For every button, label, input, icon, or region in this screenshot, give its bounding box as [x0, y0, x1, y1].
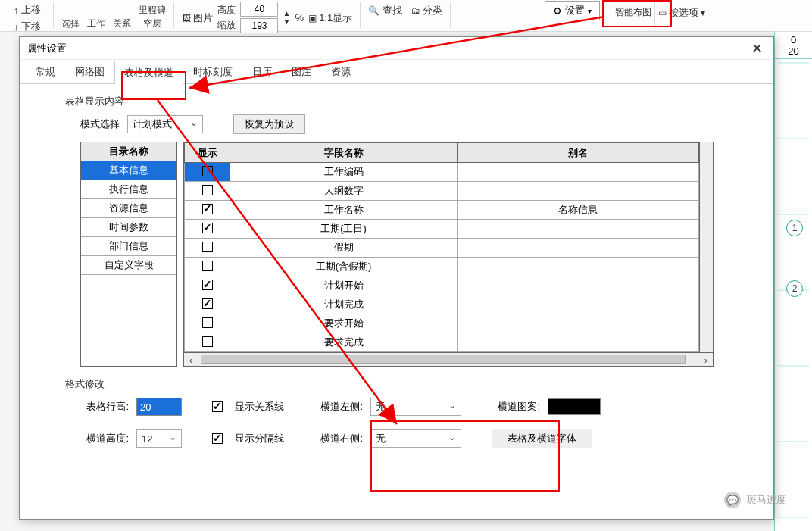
grid-row[interactable]: 工作编码 — [185, 163, 699, 182]
checkbox-icon[interactable] — [202, 185, 213, 195]
gear-icon: ⚙ — [553, 5, 562, 17]
checkbox-icon[interactable] — [202, 223, 213, 233]
grid-row[interactable]: 大纲数字 — [185, 182, 699, 201]
grid-row[interactable]: 计划完成 — [185, 295, 699, 314]
ribbon-separator — [360, 2, 361, 28]
dialog-tabbar: 常规 网络图 表格及横道 时标刻度 日历 图注 资源 — [20, 60, 773, 84]
checkbox-icon[interactable] — [202, 166, 213, 176]
show-relation-label: 显示关系线 — [235, 400, 284, 414]
catalog-item-dept[interactable]: 部门信息 — [81, 237, 176, 256]
tab-resource[interactable]: 资源 — [321, 60, 361, 83]
font-settings-button[interactable]: 表格及横道字体 — [492, 429, 592, 448]
ribbon-milestone[interactable]: 里程碑 — [139, 4, 166, 17]
show-divider-checkbox[interactable] — [212, 433, 223, 444]
catalog-item-custom[interactable]: 自定义字段 — [81, 256, 176, 275]
gantt-node: 1 — [786, 220, 803, 236]
tab-general[interactable]: 常规 — [26, 60, 65, 83]
grid-row[interactable]: 工作名称名称信息 — [185, 201, 699, 220]
property-settings-dialog: 属性设置 ✕ 常规 网络图 表格及横道 时标刻度 日历 图注 资源 表格显示内容… — [19, 36, 774, 520]
ribbon-separator — [450, 2, 451, 28]
vertical-scrollbar[interactable] — [699, 142, 713, 352]
ribbon-view-11[interactable]: ▣ 1:1显示 — [308, 11, 352, 25]
checkbox-icon[interactable] — [202, 242, 213, 252]
grid-row[interactable]: 要求开始 — [185, 314, 699, 333]
row-height-label: 表格行高: — [80, 400, 129, 414]
catalog-item-time[interactable]: 时间参数 — [81, 218, 176, 237]
grid-row[interactable]: 工期(工日) — [185, 220, 699, 239]
bar-height-select[interactable]: 12 — [136, 429, 182, 448]
ribbon-settings-label: 设置 — [565, 4, 585, 17]
tab-table-bar[interactable]: 表格及横道 — [114, 61, 183, 84]
ribbon-image[interactable]: 🖼 图片 — [182, 11, 213, 25]
bar-right-select[interactable]: 无 — [370, 429, 461, 448]
ribbon-zoom-label: 缩放 — [217, 19, 236, 32]
checkbox-icon[interactable] — [202, 204, 213, 214]
ribbon-boxselect[interactable]: ▭ 按选项 ▾ — [658, 6, 706, 20]
format-section-title: 格式修改 — [65, 377, 743, 391]
grid-header-alias: 别名 — [458, 143, 699, 163]
chevron-down-icon: ▾ — [588, 7, 592, 15]
tab-timescale[interactable]: 时标刻度 — [183, 60, 242, 83]
watermark: 💬 斑马进度 — [724, 492, 786, 508]
section-display-title: 表格显示内容 — [65, 95, 743, 108]
ribbon-work[interactable]: 工作 — [87, 17, 105, 30]
checkbox-icon[interactable] — [202, 336, 213, 347]
ribbon-separator — [654, 2, 655, 28]
catalog-item-exec[interactable]: 执行信息 — [81, 180, 176, 199]
ribbon-classify[interactable]: 🗂 分类 — [411, 4, 442, 17]
ribbon-zoom-input[interactable] — [240, 18, 278, 33]
ribbon-select[interactable]: 选择 — [61, 17, 80, 30]
spinner-icon[interactable]: ▲▼ — [283, 9, 290, 26]
wechat-icon: 💬 — [724, 492, 741, 508]
ribbon-separator — [173, 2, 174, 28]
checkbox-icon[interactable] — [202, 280, 213, 290]
bar-height-label: 横道高度: — [80, 432, 129, 445]
catalog-item-basic[interactable]: 基本信息 — [81, 161, 176, 180]
percent-icon[interactable]: % — [295, 12, 304, 23]
catalog-item-resource[interactable]: 资源信息 — [81, 199, 176, 218]
bar-pattern-label: 横道图案: — [492, 400, 540, 414]
checkbox-icon[interactable] — [202, 298, 213, 309]
checkbox-icon[interactable] — [202, 261, 213, 271]
bar-right-label: 横道右侧: — [314, 432, 363, 445]
horizontal-scrollbar[interactable]: ‹ › — [184, 352, 713, 366]
bar-left-label: 横道左侧: — [314, 400, 363, 414]
watermark-text: 斑马进度 — [747, 493, 786, 507]
ribbon-space[interactable]: 空层 — [143, 17, 161, 30]
grid-header-show: 显示 — [185, 143, 230, 163]
grid-row[interactable]: 工期(含假期) — [185, 258, 699, 276]
bar-pattern-swatch[interactable] — [548, 398, 601, 415]
ribbon-smartlayout[interactable]: 智能布图 — [615, 6, 651, 19]
grid-row[interactable]: 要求完成 — [185, 333, 699, 352]
tab-calendar[interactable]: 日历 — [242, 60, 282, 83]
ribbon-relation[interactable]: 关系 — [113, 17, 131, 30]
tab-legend[interactable]: 图注 — [282, 60, 321, 83]
gantt-node: 2 — [786, 280, 803, 297]
row-height-input[interactable] — [136, 398, 182, 416]
grid-header-field: 字段名称 — [230, 143, 458, 163]
ribbon: ↑ 上移 ↓ 下移 选择 工作 关系 里程碑 空层 🖼 图片 高度 缩放 ▲▼ … — [0, 0, 812, 32]
grid-row[interactable]: 计划开始 — [185, 276, 699, 295]
ribbon-find[interactable]: 🔍 查找 — [368, 4, 401, 17]
ribbon-settings-button[interactable]: ⚙ 设置 ▾ — [545, 1, 600, 20]
show-divider-label: 显示分隔线 — [235, 432, 284, 445]
mode-select[interactable]: 计划模式 — [127, 115, 203, 133]
ribbon-move-down[interactable]: ↓ 下移 — [9, 18, 45, 35]
scroll-left-icon[interactable]: ‹ — [184, 353, 198, 367]
grid-row[interactable]: 假期 — [185, 239, 699, 258]
scroll-right-icon[interactable]: › — [699, 353, 713, 367]
field-grid: 显示 字段名称 别名 工作编码 大纲数字 工作名称名称信息 工期(工日) 假期 … — [183, 142, 714, 367]
catalog-list: 目录名称 基本信息 执行信息 资源信息 时间参数 部门信息 自定义字段 — [80, 142, 177, 367]
dialog-title: 属性设置 — [27, 42, 67, 55]
mode-label: 模式选择 — [80, 117, 120, 131]
reset-preset-button[interactable]: 恢复为预设 — [233, 114, 305, 134]
scrollbar-thumb[interactable] — [201, 355, 686, 364]
ribbon-height-input[interactable] — [240, 2, 278, 17]
close-icon[interactable]: ✕ — [748, 40, 766, 57]
ribbon-separator — [53, 2, 54, 28]
ribbon-move-up[interactable]: ↑ 上移 — [9, 2, 45, 18]
checkbox-icon[interactable] — [202, 317, 213, 328]
tab-network[interactable]: 网络图 — [65, 60, 114, 83]
bar-left-select[interactable]: 无 — [370, 398, 461, 416]
show-relation-checkbox[interactable] — [212, 401, 223, 412]
